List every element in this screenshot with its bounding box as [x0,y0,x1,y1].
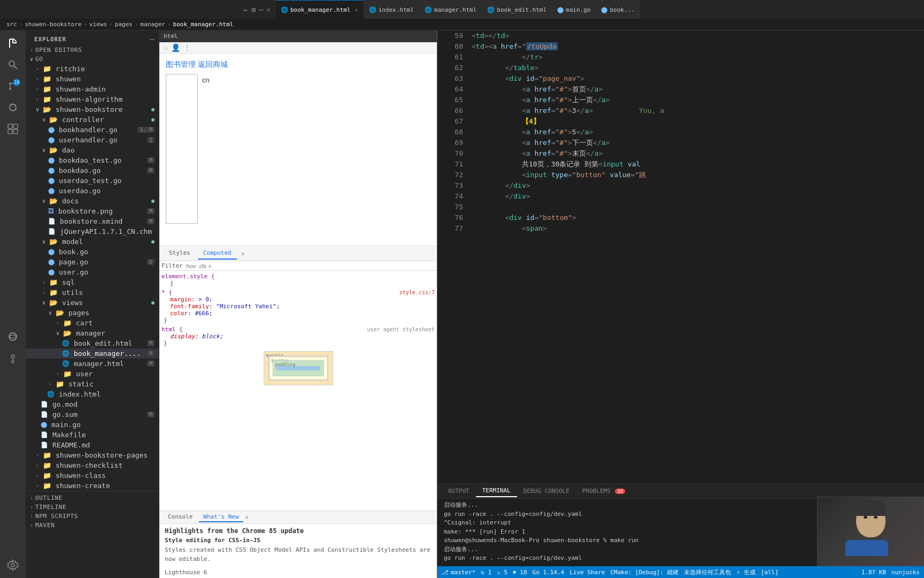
status-cmake[interactable]: CMake: [Debug]: 就绪 [610,568,679,576]
activity-extensions[interactable] [4,120,21,138]
folder-shuwen-bookstore-pages[interactable]: › 📁 shuwen-bookstore-pages [26,450,159,460]
go-section-header[interactable]: ∨ GO [26,55,159,64]
tab-terminal[interactable]: TERMINAL [476,485,517,497]
folder-pages[interactable]: ∨ 📂 pages [26,308,159,318]
status-warnings[interactable]: ⚠ 5 [497,569,507,576]
activity-source-control[interactable]: 10 [4,78,21,95]
breadcrumb-views[interactable]: views [89,21,107,28]
folder-dao[interactable]: ∨ 📂 dao [26,145,159,155]
file-book-edit-html[interactable]: 🌐 book_edit.html M [26,338,159,348]
close-tab-icon[interactable]: ✕ [355,7,358,13]
folder-static[interactable]: › 📁 static [26,379,159,389]
breadcrumb-manager[interactable]: manager [141,21,165,28]
file-book-manager-html[interactable]: 🌐 book_manager.... M [26,348,159,359]
status-untracked[interactable]: 未选择任何工具包 [684,568,731,576]
breadcrumb-pages[interactable]: pages [115,21,133,28]
folder-cart[interactable]: › 📁 cart [26,318,159,328]
tab-problems[interactable]: PROBLEMS 16 [576,485,632,497]
file-bookdao[interactable]: ⬤ bookdao.go M [26,165,159,176]
file-makefile[interactable]: 📄 Makefile [26,430,159,440]
file-index-html[interactable]: 🌐 index.html [26,389,159,399]
npm-scripts-header[interactable]: › NPM SCRIPTS [26,512,159,521]
breadcrumb-file[interactable]: book_manager.html [173,21,234,28]
activity-search[interactable] [4,56,21,73]
status-branch[interactable]: ⎇ master* [442,569,475,576]
tab-debug-console[interactable]: DEBUG CONSOLE [517,485,576,497]
maven-header[interactable]: › MAVEN [26,521,159,530]
file-go-sum[interactable]: 📄 go.sum M [26,409,159,420]
activity-settings[interactable] [4,557,21,574]
file-bookstore-png[interactable]: 🖼 bookstore.png M [26,206,159,216]
star-icon[interactable]: ☆ [164,43,168,52]
lighthouse-row: Lighthouse 6 [159,567,437,578]
folder-shuwen-create[interactable]: › 📁 shuwen-create [26,481,159,491]
folder-shuwen-bookstore[interactable]: ∨ 📂 shuwen-bookstore [26,104,159,115]
makefile-icon: 📄 [41,431,48,438]
folder-manager[interactable]: ∨ 📂 manager [26,328,159,338]
activity-remote[interactable] [4,328,21,345]
user-icon[interactable]: 👤 [171,43,180,52]
tab-main-go[interactable]: ⬤ main.go [552,0,596,19]
tab-book-go[interactable]: ⬤ book... [596,0,640,19]
file-jquery[interactable]: 📄 jQueryAPI.1.7.1_CN.chm [26,226,159,237]
close-whats-new[interactable]: ✕ [245,514,249,521]
file-main-go[interactable]: ⬤ main.go [26,420,159,430]
file-bookstore-xmind[interactable]: 📄 bookstore.xmind M [26,216,159,226]
folder-controller[interactable]: ∨ 📂 controller [26,115,159,125]
folder-model[interactable]: ∨ 📂 model [26,237,159,247]
file-book-go[interactable]: ⬤ book.go [26,247,159,257]
folder-shuwen[interactable]: › 📁 shuwen [26,74,159,84]
explorer-more-icon[interactable]: ⋯ [150,35,155,43]
file-bookhandler[interactable]: ⬤ bookhandler.go 3, M [26,125,159,135]
activity-git[interactable] [4,349,21,367]
open-editors-header[interactable]: › OPEN EDITORS [26,45,159,55]
tab-book-manager[interactable]: 🌐 book_manager.html ✕ [275,0,364,19]
status-live-share[interactable]: Live Share [569,569,605,576]
status-generate[interactable]: ⚡ 生成 [736,568,755,576]
folder-shuwen-algorithm[interactable]: › 📁 shuwen-algorithm [26,94,159,104]
breadcrumb-src[interactable]: src [6,21,17,28]
file-page-go[interactable]: ⬤ page.go U [26,257,159,267]
file-readme[interactable]: 📄 README.md [26,440,159,450]
status-go-version[interactable]: Go 1.14.4 [533,569,565,576]
more-icon[interactable]: ⋯ [259,5,263,14]
folder-shuwen-checklist[interactable]: › 📁 shuwen-checklist [26,460,159,470]
activity-debug[interactable] [4,99,21,116]
folder-docs[interactable]: ∨ 📂 docs [26,196,159,206]
tab-whats-new[interactable]: What's New [199,512,243,522]
tab-styles[interactable]: Styles [164,247,196,260]
folder-shuwen-class[interactable]: › 📁 shuwen-class [26,470,159,481]
tab-index[interactable]: 🌐 index.html [364,0,419,19]
file-user-go[interactable]: ⬤ user.go [26,267,159,277]
outline-header[interactable]: › OUTLINE [26,493,159,503]
filter-input[interactable] [185,263,435,269]
file-userdao[interactable]: ⬤ userdao.go [26,186,159,196]
file-bookdao-test[interactable]: ⬤ bookdao_test.go M [26,155,159,165]
tab-manager[interactable]: 🌐 manager.html [419,0,482,19]
activity-files[interactable] [4,35,21,52]
more-browser-icon[interactable]: ⋮ [183,43,191,52]
folder-user[interactable]: › 📁 user [26,369,159,379]
status-nunjucks[interactable]: nunjucks [891,569,920,576]
folder-views[interactable]: ∨ 📂 views [26,298,159,308]
folder-icon-dao: 📂 [49,146,58,154]
folder-utils[interactable]: › 📁 utils [26,287,159,298]
tab-book-edit[interactable]: 🌐 book_edit.html [482,0,552,19]
tab-computed[interactable]: Computed [198,247,237,260]
status-all[interactable]: [all] [761,569,779,576]
tab-console[interactable]: Console [164,512,197,522]
tab-output[interactable]: OUTPUT [442,485,476,497]
status-sync[interactable]: ↻ 1 [481,569,491,576]
status-errors[interactable]: ✖ 10 [513,569,527,576]
file-manager-html[interactable]: 🌐 manager.html M [26,359,159,369]
close-left-icon[interactable]: ✕ [267,6,271,13]
file-userhandler[interactable]: ⬤ userhandler.go 2 [26,135,159,145]
file-go-mod[interactable]: 📄 go.mod [26,399,159,409]
file-userdao-test[interactable]: ⬤ userdao_test.go [26,176,159,186]
folder-ritchie[interactable]: › 📁 ritchie [26,64,159,74]
folder-sql[interactable]: › 📁 sql [26,277,159,287]
devtools-more-tabs[interactable]: » [241,250,245,257]
folder-shuwen-admin[interactable]: › 📁 shuwen-admin [26,84,159,94]
timeline-header[interactable]: › TIMELINE [26,503,159,512]
breadcrumb-bookstore[interactable]: shuwen-bookstore [25,21,82,28]
